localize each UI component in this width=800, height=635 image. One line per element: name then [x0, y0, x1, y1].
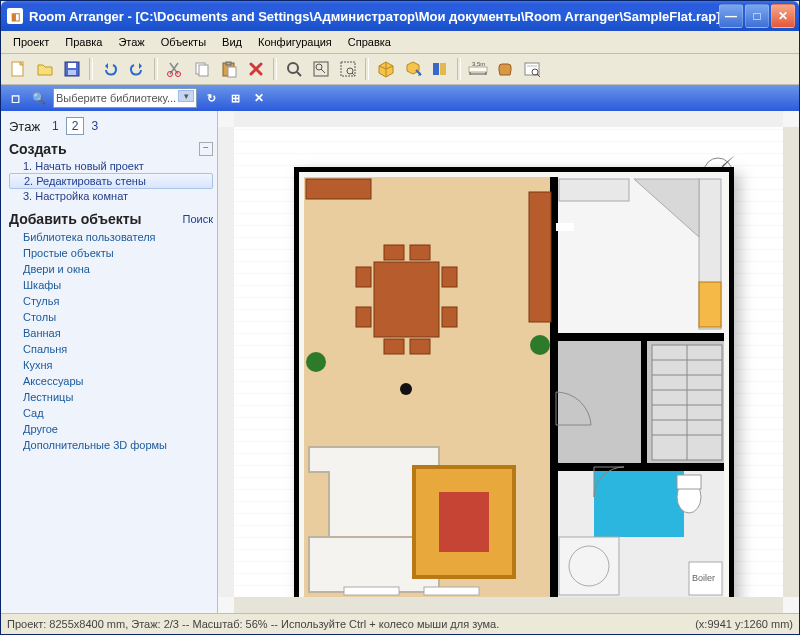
menu-floor[interactable]: Этаж [110, 33, 152, 51]
status-bar: Проект: 8255x8400 mm, Этаж: 2/3 -- Масшт… [1, 613, 799, 634]
library-search-icon[interactable]: 🔍 [29, 88, 49, 108]
library-home-icon[interactable]: ◻ [5, 88, 25, 108]
save-button[interactable] [59, 56, 85, 82]
cat-doors-windows[interactable]: Двери и окна [9, 261, 213, 277]
redo-button[interactable] [124, 56, 150, 82]
separator-icon [89, 58, 93, 80]
library-pin-icon[interactable]: ⊞ [225, 88, 245, 108]
menu-objects[interactable]: Объекты [153, 33, 214, 51]
menu-config[interactable]: Конфигурация [250, 33, 340, 51]
svg-rect-46 [384, 245, 404, 260]
body: Этаж 1 2 3 Создать − 1. Начать новый про… [1, 111, 799, 613]
ruler-horizontal[interactable] [234, 111, 783, 128]
search-link[interactable]: Поиск [183, 213, 213, 225]
svg-point-52 [306, 352, 326, 372]
menu-view[interactable]: Вид [214, 33, 250, 51]
svg-rect-57 [439, 492, 489, 552]
svg-point-54 [400, 383, 412, 395]
menu-project[interactable]: Проект [5, 33, 57, 51]
catalog-button[interactable] [427, 56, 453, 82]
minimize-button[interactable]: — [719, 4, 743, 28]
svg-rect-45 [442, 307, 457, 327]
cat-stairs[interactable]: Лестницы [9, 389, 213, 405]
svg-rect-51 [529, 192, 551, 322]
zoom-button[interactable] [281, 56, 307, 82]
section-create[interactable]: Создать − [9, 141, 213, 157]
floor-tab-3[interactable]: 3 [85, 117, 104, 135]
library-dropdown[interactable]: Выберите библиотеку... [53, 88, 197, 108]
zoom-extents-button[interactable] [308, 56, 334, 82]
cat-chairs[interactable]: Стулья [9, 293, 213, 309]
svg-point-53 [530, 335, 550, 355]
cat-other[interactable]: Другое [9, 421, 213, 437]
svg-rect-9 [226, 62, 231, 65]
svg-line-12 [297, 72, 301, 76]
scrollbar-horizontal[interactable] [234, 597, 783, 613]
maximize-button[interactable]: □ [745, 4, 769, 28]
cat-user-library[interactable]: Библиотека пользователя [9, 229, 213, 245]
status-text: Проект: 8255x8400 mm, Этаж: 2/3 -- Масшт… [7, 618, 499, 630]
cat-wardrobes[interactable]: Шкафы [9, 277, 213, 293]
copy-button[interactable] [189, 56, 215, 82]
new-button[interactable] [5, 56, 31, 82]
svg-rect-44 [442, 267, 457, 287]
svg-rect-72 [677, 475, 701, 489]
collapse-icon[interactable]: − [199, 142, 213, 156]
category-list: Библиотека пользователя Простые объекты … [9, 229, 213, 453]
app-icon: ◧ [7, 8, 23, 24]
create-new-project[interactable]: 1. Начать новый проект [9, 159, 213, 173]
title-text: Room Arranger - [C:\Documents and Settin… [29, 9, 719, 24]
furniture-button[interactable] [492, 56, 518, 82]
menubar: Проект Правка Этаж Объекты Вид Конфигура… [1, 31, 799, 54]
cat-tables[interactable]: Столы [9, 309, 213, 325]
scrollbar-vertical[interactable] [783, 127, 799, 597]
section-add-objects[interactable]: Добавить объекты Поиск [9, 211, 213, 227]
measure-button[interactable]: 3,5m [465, 56, 491, 82]
close-button[interactable]: ✕ [771, 4, 795, 28]
svg-rect-42 [356, 267, 371, 287]
create-edit-walls[interactable]: 2. Редактировать стены [9, 173, 213, 189]
print-preview-button[interactable] [519, 56, 545, 82]
menu-edit[interactable]: Правка [57, 33, 110, 51]
svg-rect-49 [410, 339, 430, 354]
3d-view-button[interactable] [373, 56, 399, 82]
titlebar[interactable]: ◧ Room Arranger - [C:\Documents and Sett… [1, 1, 799, 31]
separator-icon [457, 58, 461, 80]
cat-accessories[interactable]: Аксессуары [9, 373, 213, 389]
svg-rect-50 [306, 179, 371, 199]
floor-tab-1[interactable]: 1 [46, 117, 65, 135]
svg-text:3,5m: 3,5m [472, 61, 485, 67]
svg-rect-48 [384, 339, 404, 354]
svg-rect-62 [699, 282, 721, 327]
open-button[interactable] [32, 56, 58, 82]
library-close-icon[interactable]: ✕ [249, 88, 269, 108]
svg-rect-59 [424, 587, 479, 595]
cat-bedroom[interactable]: Спальня [9, 341, 213, 357]
svg-point-11 [288, 63, 298, 73]
zoom-window-button[interactable] [335, 56, 361, 82]
cat-garden[interactable]: Сад [9, 405, 213, 421]
library-refresh-icon[interactable]: ↻ [201, 88, 221, 108]
cat-simple-objects[interactable]: Простые объекты [9, 245, 213, 261]
ruler-vertical[interactable] [218, 127, 235, 597]
menu-help[interactable]: Справка [340, 33, 399, 51]
cat-extra-3d[interactable]: Дополнительные 3D формы [9, 437, 213, 453]
delete-button[interactable] [243, 56, 269, 82]
floor-selector: Этаж 1 2 3 [9, 117, 213, 135]
floor-plan[interactable]: Boiler [294, 167, 734, 597]
floor-tab-2[interactable]: 2 [66, 117, 85, 135]
svg-rect-3 [68, 70, 76, 75]
svg-rect-60 [559, 179, 629, 201]
canvas-area: Boiler [218, 111, 799, 613]
cat-bathroom[interactable]: Ванная [9, 325, 213, 341]
export-object-button[interactable] [400, 56, 426, 82]
paste-button[interactable] [216, 56, 242, 82]
svg-rect-19 [433, 63, 439, 75]
undo-button[interactable] [97, 56, 123, 82]
cut-button[interactable] [162, 56, 188, 82]
create-room-settings[interactable]: 3. Настройка комнат [9, 189, 213, 203]
toolbar: 3,5m [1, 54, 799, 85]
cat-kitchen[interactable]: Кухня [9, 357, 213, 373]
svg-line-15 [321, 69, 325, 73]
drawing-canvas[interactable]: Boiler [234, 127, 783, 597]
